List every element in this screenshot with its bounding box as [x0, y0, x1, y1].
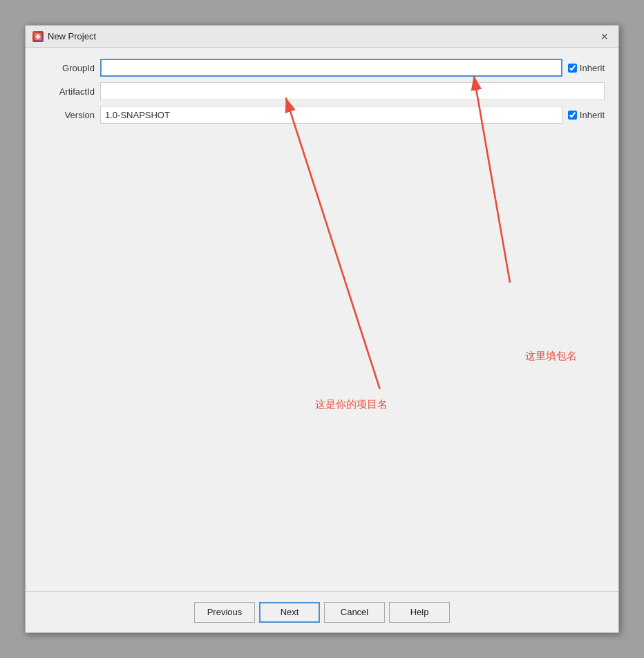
groupid-inherit-label: Inherit: [580, 63, 605, 73]
dialog-content: GroupId Inherit ArtifactId Version Inher…: [26, 48, 618, 591]
close-button[interactable]: ✕: [598, 30, 612, 44]
new-project-dialog: New Project ✕ GroupId Inherit ArtifactId: [25, 25, 619, 633]
groupid-inherit-check[interactable]: [568, 64, 577, 73]
svg-line-4: [286, 97, 380, 389]
groupid-label: GroupId: [39, 63, 95, 73]
title-bar: New Project ✕: [26, 26, 618, 48]
artifactid-input[interactable]: [100, 82, 605, 100]
title-bar-left: New Project: [32, 31, 96, 42]
button-bar: Previous Next Cancel Help: [26, 591, 618, 632]
version-inherit-checkbox[interactable]: Inherit: [568, 110, 605, 120]
project-icon: [32, 31, 44, 42]
annotation-text-project: 这是你的项目名: [315, 398, 388, 411]
next-button[interactable]: Next: [259, 602, 320, 623]
cancel-button[interactable]: Cancel: [324, 602, 385, 623]
version-row: Version Inherit: [39, 106, 605, 124]
artifactid-row: ArtifactId: [39, 82, 605, 100]
window-title: New Project: [48, 31, 96, 41]
version-inherit-label: Inherit: [580, 110, 605, 120]
version-inherit-check[interactable]: [568, 111, 577, 120]
version-label: Version: [39, 110, 95, 120]
groupid-input[interactable]: [100, 59, 562, 77]
help-button[interactable]: Help: [389, 602, 450, 623]
previous-button[interactable]: Previous: [194, 602, 255, 623]
annotation-arrows: [26, 48, 618, 591]
groupid-row: GroupId Inherit: [39, 59, 605, 77]
artifactid-label: ArtifactId: [39, 86, 95, 97]
form-area: GroupId Inherit ArtifactId Version Inher…: [39, 59, 605, 124]
version-input[interactable]: [100, 106, 562, 124]
groupid-inherit-checkbox[interactable]: Inherit: [568, 63, 605, 73]
annotation-text-package: 这里填包名: [525, 350, 577, 363]
